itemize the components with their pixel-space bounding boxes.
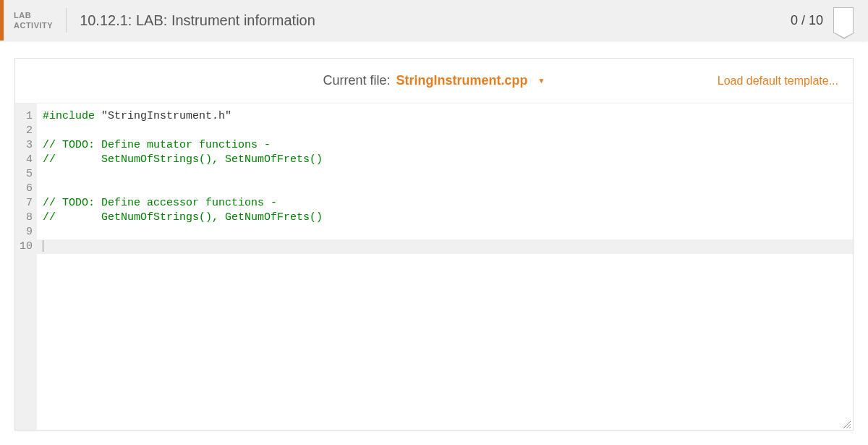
svg-line-2 [849,427,851,428]
resize-handle-icon[interactable] [842,419,851,428]
bookmark-icon[interactable] [833,7,854,33]
text-cursor [43,240,43,252]
code-line[interactable] [43,124,853,138]
line-number: 4 [15,153,33,167]
current-file-label: Current file: [323,73,391,88]
lab-header: LAB ACTIVITY 10.12.1: LAB: Instrument in… [0,0,868,41]
file-selector[interactable]: Current file: StringInstrument.cpp ▼ [323,73,545,88]
line-number: 10 [15,240,33,254]
code-lines[interactable]: #include "StringInstrument.h"// TODO: De… [37,103,853,430]
lab-title: 10.12.1: LAB: Instrument information [67,12,791,29]
line-number: 5 [15,167,33,182]
current-file-name: StringInstrument.cpp [396,73,528,88]
code-line[interactable] [43,182,853,196]
activity-type-label: LAB ACTIVITY [4,8,67,33]
code-line[interactable]: // SetNumOfStrings(), SetNumOfFrets() [43,153,853,167]
editor-header: Current file: StringInstrument.cpp ▼ Loa… [15,59,853,103]
code-line[interactable] [43,167,853,182]
line-number: 1 [15,109,33,124]
code-line[interactable]: // TODO: Define mutator functions - [43,138,853,153]
code-area[interactable]: 12345678910 #include "StringInstrument.h… [15,103,853,430]
code-line[interactable] [43,240,853,254]
code-line[interactable]: #include "StringInstrument.h" [43,109,853,124]
chevron-down-icon: ▼ [538,77,545,85]
line-gutter: 12345678910 [15,103,37,430]
line-number: 9 [15,225,33,240]
line-number: 8 [15,211,33,225]
code-editor: Current file: StringInstrument.cpp ▼ Loa… [14,58,854,431]
score-display: 0 / 10 [791,13,823,28]
code-line[interactable]: // TODO: Define accessor functions - [43,196,853,211]
code-line[interactable] [43,225,853,240]
line-number: 7 [15,196,33,211]
load-default-template-link[interactable]: Load default template... [718,75,838,88]
code-line[interactable]: // GetNumOfStrings(), GetNumOfFrets() [43,211,853,225]
line-number: 3 [15,138,33,153]
line-number: 6 [15,182,33,196]
line-number: 2 [15,124,33,138]
